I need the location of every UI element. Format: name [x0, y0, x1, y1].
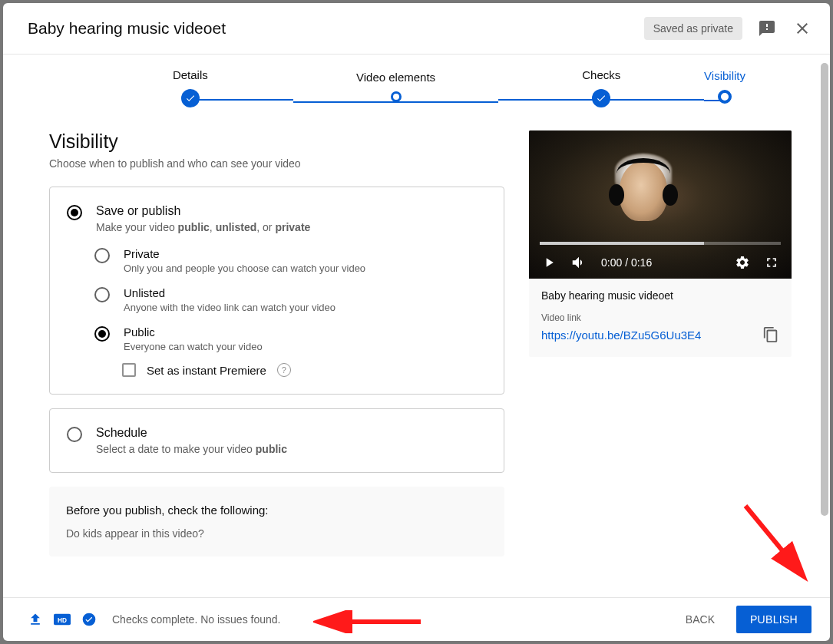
- video-link-label: Video link: [541, 312, 779, 323]
- save-or-publish-title: Save or publish: [96, 204, 310, 218]
- dialog-title: Baby hearing music videoet: [28, 19, 644, 38]
- step-details[interactable]: Details: [88, 68, 293, 81]
- step-checks[interactable]: Checks: [498, 68, 704, 81]
- feedback-icon[interactable]: [758, 19, 776, 38]
- back-button[interactable]: BACK: [675, 606, 726, 633]
- radio-schedule[interactable]: [67, 427, 82, 442]
- unlisted-desc: Anyone with the video link can watch you…: [124, 302, 336, 313]
- step-visibility[interactable]: Visibility: [704, 69, 745, 82]
- publish-button[interactable]: PUBLISH: [736, 606, 812, 633]
- schedule-card: Schedule Select a date to make your vide…: [49, 408, 504, 473]
- footer-status: Checks complete. No issues found.: [112, 613, 280, 626]
- preview-video-title: Baby hearing music videoet: [541, 289, 779, 302]
- checkbox-premiere[interactable]: [122, 363, 136, 377]
- section-title: Visibility: [49, 130, 504, 153]
- before-publish-card: Before you publish, check the following:…: [49, 487, 504, 556]
- check-circle-icon: [81, 612, 97, 627]
- hd-icon: HD: [54, 613, 71, 626]
- radio-save-or-publish[interactable]: [67, 205, 82, 220]
- private-title: Private: [124, 247, 365, 260]
- svg-text:HD: HD: [58, 617, 67, 624]
- private-desc: Only you and people you choose can watch…: [124, 263, 365, 274]
- public-title: Public: [124, 325, 263, 339]
- video-link[interactable]: https://youtu.be/BZu5G6Uu3E4: [541, 329, 701, 342]
- stepper: Details Video elements Checks Visibility: [3, 54, 830, 107]
- section-subtitle: Choose when to publish and who can see y…: [49, 157, 504, 170]
- upload-icon: [28, 612, 43, 627]
- premiere-label: Set as instant Premiere: [147, 364, 266, 377]
- play-icon[interactable]: [541, 255, 557, 270]
- schedule-title: Schedule: [96, 426, 287, 440]
- volume-icon[interactable]: [570, 254, 587, 271]
- copy-icon[interactable]: [762, 326, 779, 343]
- radio-public[interactable]: [94, 326, 110, 342]
- step-video-elements[interactable]: Video elements: [293, 71, 499, 84]
- public-desc: Everyone can watch your video: [124, 341, 263, 352]
- unlisted-title: Unlisted: [124, 286, 336, 299]
- save-or-publish-desc: Make your video public, unlisted, or pri…: [96, 221, 310, 233]
- settings-icon[interactable]: [735, 255, 750, 270]
- svg-point-2: [83, 613, 96, 626]
- video-preview[interactable]: 0:00 / 0:16: [529, 130, 792, 279]
- before-publish-q1: Do kids appear in this video?: [66, 527, 488, 540]
- radio-private[interactable]: [94, 248, 110, 263]
- help-icon[interactable]: ?: [277, 363, 291, 377]
- fullscreen-icon[interactable]: [764, 255, 779, 270]
- before-publish-title: Before you publish, check the following:: [66, 504, 488, 517]
- save-or-publish-card: Save or publish Make your video public, …: [49, 187, 504, 395]
- schedule-desc: Select a date to make your video public: [96, 443, 287, 455]
- close-icon[interactable]: [793, 19, 812, 38]
- progress-bar[interactable]: [540, 242, 781, 245]
- radio-unlisted[interactable]: [94, 287, 110, 302]
- scrollbar[interactable]: [821, 63, 828, 516]
- save-status-badge: Saved as private: [644, 17, 742, 40]
- video-time: 0:00 / 0:16: [601, 256, 652, 269]
